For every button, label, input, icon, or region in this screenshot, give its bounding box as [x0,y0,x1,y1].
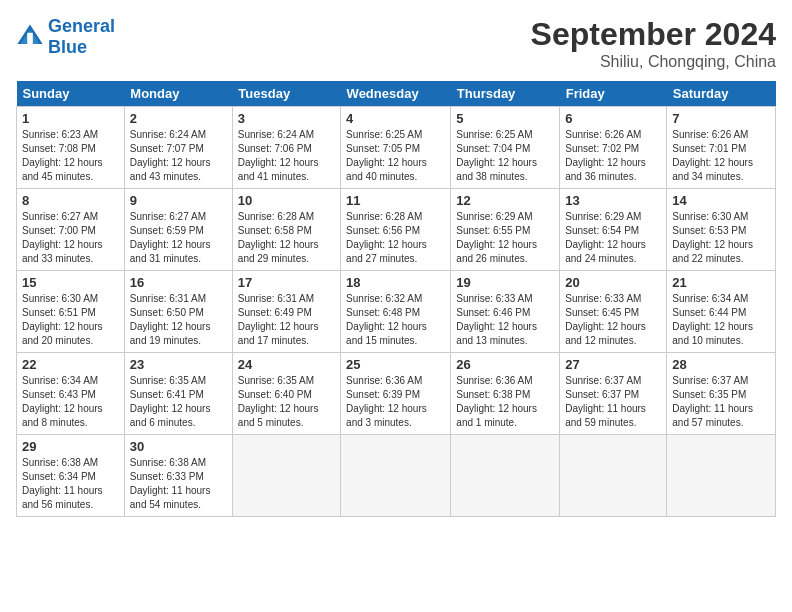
calendar-cell: 10Sunrise: 6:28 AMSunset: 6:58 PMDayligh… [232,189,340,271]
day-info: Sunrise: 6:30 AMSunset: 6:51 PMDaylight:… [22,292,119,348]
dow-header: Thursday [451,81,560,107]
day-number: 21 [672,275,770,290]
calendar-cell: 2Sunrise: 6:24 AMSunset: 7:07 PMDaylight… [124,107,232,189]
calendar-cell: 29Sunrise: 6:38 AMSunset: 6:34 PMDayligh… [17,435,125,517]
calendar-week-row: 29Sunrise: 6:38 AMSunset: 6:34 PMDayligh… [17,435,776,517]
day-info: Sunrise: 6:33 AMSunset: 6:45 PMDaylight:… [565,292,661,348]
calendar-week-row: 1Sunrise: 6:23 AMSunset: 7:08 PMDaylight… [17,107,776,189]
day-number: 12 [456,193,554,208]
calendar: SundayMondayTuesdayWednesdayThursdayFrid… [16,81,776,517]
day-info: Sunrise: 6:26 AMSunset: 7:02 PMDaylight:… [565,128,661,184]
day-info: Sunrise: 6:24 AMSunset: 7:06 PMDaylight:… [238,128,335,184]
day-number: 10 [238,193,335,208]
dow-header: Friday [560,81,667,107]
calendar-cell: 13Sunrise: 6:29 AMSunset: 6:54 PMDayligh… [560,189,667,271]
day-info: Sunrise: 6:29 AMSunset: 6:55 PMDaylight:… [456,210,554,266]
dow-header: Saturday [667,81,776,107]
svg-rect-2 [27,33,33,44]
day-number: 5 [456,111,554,126]
day-info: Sunrise: 6:27 AMSunset: 7:00 PMDaylight:… [22,210,119,266]
calendar-cell: 16Sunrise: 6:31 AMSunset: 6:50 PMDayligh… [124,271,232,353]
calendar-cell: 26Sunrise: 6:36 AMSunset: 6:38 PMDayligh… [451,353,560,435]
calendar-cell: 3Sunrise: 6:24 AMSunset: 7:06 PMDaylight… [232,107,340,189]
day-number: 13 [565,193,661,208]
calendar-cell: 24Sunrise: 6:35 AMSunset: 6:40 PMDayligh… [232,353,340,435]
day-info: Sunrise: 6:33 AMSunset: 6:46 PMDaylight:… [456,292,554,348]
day-number: 1 [22,111,119,126]
calendar-cell: 30Sunrise: 6:38 AMSunset: 6:33 PMDayligh… [124,435,232,517]
calendar-cell: 6Sunrise: 6:26 AMSunset: 7:02 PMDaylight… [560,107,667,189]
day-info: Sunrise: 6:38 AMSunset: 6:33 PMDaylight:… [130,456,227,512]
logo-general: General [48,16,115,36]
header: General Blue September 2024 Shiliu, Chon… [16,16,776,71]
day-number: 4 [346,111,445,126]
calendar-cell: 27Sunrise: 6:37 AMSunset: 6:37 PMDayligh… [560,353,667,435]
day-number: 9 [130,193,227,208]
day-info: Sunrise: 6:37 AMSunset: 6:35 PMDaylight:… [672,374,770,430]
day-info: Sunrise: 6:23 AMSunset: 7:08 PMDaylight:… [22,128,119,184]
day-number: 3 [238,111,335,126]
calendar-cell [232,435,340,517]
day-number: 27 [565,357,661,372]
calendar-cell: 11Sunrise: 6:28 AMSunset: 6:56 PMDayligh… [341,189,451,271]
calendar-cell: 17Sunrise: 6:31 AMSunset: 6:49 PMDayligh… [232,271,340,353]
day-info: Sunrise: 6:38 AMSunset: 6:34 PMDaylight:… [22,456,119,512]
calendar-week-row: 22Sunrise: 6:34 AMSunset: 6:43 PMDayligh… [17,353,776,435]
calendar-cell: 18Sunrise: 6:32 AMSunset: 6:48 PMDayligh… [341,271,451,353]
calendar-cell: 21Sunrise: 6:34 AMSunset: 6:44 PMDayligh… [667,271,776,353]
calendar-cell: 25Sunrise: 6:36 AMSunset: 6:39 PMDayligh… [341,353,451,435]
dow-header: Monday [124,81,232,107]
calendar-cell [667,435,776,517]
calendar-cell: 23Sunrise: 6:35 AMSunset: 6:41 PMDayligh… [124,353,232,435]
calendar-cell: 12Sunrise: 6:29 AMSunset: 6:55 PMDayligh… [451,189,560,271]
day-number: 24 [238,357,335,372]
day-number: 6 [565,111,661,126]
day-number: 25 [346,357,445,372]
calendar-cell: 8Sunrise: 6:27 AMSunset: 7:00 PMDaylight… [17,189,125,271]
day-info: Sunrise: 6:34 AMSunset: 6:44 PMDaylight:… [672,292,770,348]
calendar-cell [451,435,560,517]
logo-text: General Blue [48,16,115,58]
day-info: Sunrise: 6:35 AMSunset: 6:40 PMDaylight:… [238,374,335,430]
logo-icon [16,23,44,51]
day-number: 14 [672,193,770,208]
calendar-week-row: 15Sunrise: 6:30 AMSunset: 6:51 PMDayligh… [17,271,776,353]
day-number: 15 [22,275,119,290]
day-number: 30 [130,439,227,454]
page-subtitle: Shiliu, Chongqing, China [531,53,776,71]
calendar-body: 1Sunrise: 6:23 AMSunset: 7:08 PMDaylight… [17,107,776,517]
day-number: 8 [22,193,119,208]
day-number: 26 [456,357,554,372]
day-number: 19 [456,275,554,290]
day-info: Sunrise: 6:31 AMSunset: 6:50 PMDaylight:… [130,292,227,348]
dow-header: Sunday [17,81,125,107]
day-number: 11 [346,193,445,208]
day-number: 17 [238,275,335,290]
calendar-cell: 5Sunrise: 6:25 AMSunset: 7:04 PMDaylight… [451,107,560,189]
day-info: Sunrise: 6:36 AMSunset: 6:39 PMDaylight:… [346,374,445,430]
day-info: Sunrise: 6:26 AMSunset: 7:01 PMDaylight:… [672,128,770,184]
calendar-cell: 15Sunrise: 6:30 AMSunset: 6:51 PMDayligh… [17,271,125,353]
day-number: 16 [130,275,227,290]
day-of-week-row: SundayMondayTuesdayWednesdayThursdayFrid… [17,81,776,107]
day-number: 20 [565,275,661,290]
day-info: Sunrise: 6:29 AMSunset: 6:54 PMDaylight:… [565,210,661,266]
day-number: 18 [346,275,445,290]
calendar-cell [560,435,667,517]
day-number: 7 [672,111,770,126]
page-title: September 2024 [531,16,776,53]
day-number: 22 [22,357,119,372]
calendar-cell: 9Sunrise: 6:27 AMSunset: 6:59 PMDaylight… [124,189,232,271]
day-info: Sunrise: 6:24 AMSunset: 7:07 PMDaylight:… [130,128,227,184]
day-info: Sunrise: 6:34 AMSunset: 6:43 PMDaylight:… [22,374,119,430]
day-info: Sunrise: 6:36 AMSunset: 6:38 PMDaylight:… [456,374,554,430]
day-info: Sunrise: 6:25 AMSunset: 7:04 PMDaylight:… [456,128,554,184]
calendar-week-row: 8Sunrise: 6:27 AMSunset: 7:00 PMDaylight… [17,189,776,271]
calendar-cell: 22Sunrise: 6:34 AMSunset: 6:43 PMDayligh… [17,353,125,435]
day-number: 2 [130,111,227,126]
day-number: 23 [130,357,227,372]
page: General Blue September 2024 Shiliu, Chon… [0,0,792,612]
day-info: Sunrise: 6:31 AMSunset: 6:49 PMDaylight:… [238,292,335,348]
calendar-cell: 19Sunrise: 6:33 AMSunset: 6:46 PMDayligh… [451,271,560,353]
calendar-cell: 14Sunrise: 6:30 AMSunset: 6:53 PMDayligh… [667,189,776,271]
